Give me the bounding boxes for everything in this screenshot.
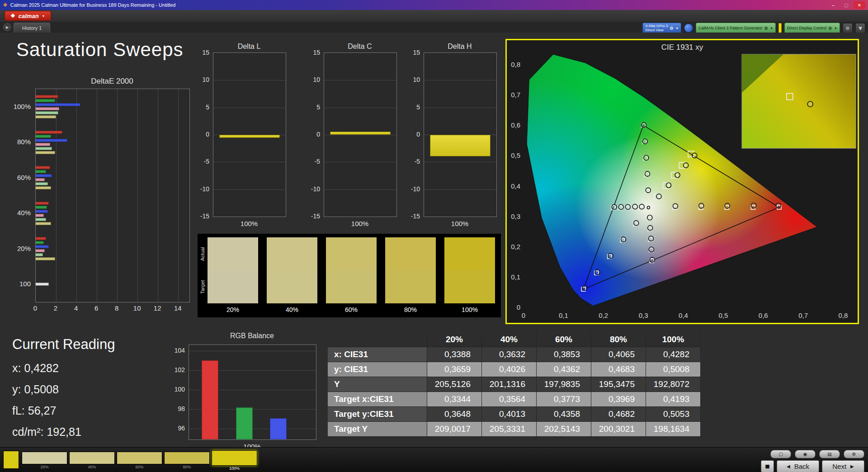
screen-button[interactable]: ▢ bbox=[770, 450, 791, 458]
table-cell: 0,3632 bbox=[482, 347, 537, 362]
meter-line2: Direct View bbox=[645, 28, 668, 32]
settings-button[interactable]: ⚙ bbox=[844, 450, 864, 458]
panel-toggle-button[interactable]: ▶ bbox=[3, 23, 11, 31]
y-tick-label: 10 bbox=[413, 76, 420, 83]
swatch-color bbox=[69, 452, 115, 464]
y-tick-label: -10 bbox=[200, 185, 209, 193]
measured-marker-red bbox=[725, 203, 730, 208]
y-tick-label: 15 bbox=[313, 49, 320, 56]
y-tick-label: 0 bbox=[416, 131, 420, 138]
settings-button[interactable]: ⚙ bbox=[843, 23, 853, 33]
current-reading-title: Current Reading bbox=[12, 336, 115, 353]
x-axis-labels: 02468101214 bbox=[35, 304, 189, 313]
settings-icon: ⚙ bbox=[852, 452, 856, 457]
print-button[interactable]: ▤ bbox=[819, 450, 840, 458]
measured-marker-green bbox=[642, 123, 646, 127]
snapshot-button[interactable]: ◉ bbox=[795, 450, 816, 458]
table-row: Y205,5126201,1316197,9835195,3475192,807… bbox=[328, 377, 702, 392]
table-cell: 197,9835 bbox=[537, 377, 591, 392]
x-tick-label: 0,5 bbox=[718, 312, 728, 319]
maximize-button[interactable]: ▢ bbox=[840, 1, 852, 9]
table-cell: 0,3648 bbox=[427, 407, 482, 422]
level-swatch-100%[interactable]: 100% bbox=[212, 452, 257, 471]
target-swatch bbox=[208, 270, 258, 303]
bar bbox=[36, 103, 80, 106]
level-swatch-40%[interactable]: 40% bbox=[69, 452, 115, 470]
table-cell: 0,3853 bbox=[537, 347, 591, 362]
gear-icon[interactable]: ⚙ bbox=[764, 26, 768, 31]
minimize-button[interactable]: – bbox=[827, 1, 839, 9]
measured-marker-blue bbox=[634, 221, 639, 226]
delta-c-chart: Delta C 151050-5-10-15 100% bbox=[308, 42, 399, 232]
bar-group bbox=[36, 267, 189, 302]
y-tick-label: 10 bbox=[202, 76, 209, 83]
calman-menu-button[interactable]: ❖ calman ▼ bbox=[5, 11, 51, 21]
title-bar: ❖ Calman 2025 Calman Ultimate for Busine… bbox=[0, 0, 868, 10]
pattern-generator-button[interactable]: CalMAN Client 3 Pattern Generator ⚙ ▼ bbox=[696, 23, 776, 33]
y-tick-label: -5 bbox=[415, 158, 420, 165]
x-tick-label: 14 bbox=[174, 304, 182, 312]
more-options-button[interactable]: ▼ bbox=[855, 23, 865, 33]
display-control-button[interactable]: Direct Display Control ⚙ ▼ bbox=[784, 23, 840, 33]
measured-marker-green bbox=[646, 188, 651, 193]
chevron-down-icon[interactable]: ▼ bbox=[675, 27, 679, 30]
gear-icon[interactable]: ⚙ bbox=[828, 26, 832, 31]
y-tick-label: 0,7 bbox=[511, 91, 520, 99]
measurement-table: 20%40%60%80%100%x: CIE310,33880,36320,38… bbox=[328, 332, 702, 437]
table-cell: 0,5008 bbox=[646, 362, 701, 377]
level-swatch-20%[interactable]: 20% bbox=[22, 452, 67, 470]
table-row: Target Y209,0017205,3331202,5143200,3021… bbox=[328, 422, 702, 437]
back-button[interactable]: ◀ Back bbox=[777, 460, 819, 472]
x-tick-label: 0,7 bbox=[798, 312, 808, 319]
table-cell: 205,5126 bbox=[427, 377, 482, 392]
swatch-color bbox=[22, 452, 67, 464]
swatch-label: 60% bbox=[117, 464, 162, 470]
bar bbox=[36, 95, 58, 98]
gridline bbox=[424, 162, 496, 162]
gear-icon[interactable]: ⚙ bbox=[670, 26, 674, 31]
y-tick-label: 0,6 bbox=[511, 121, 520, 129]
chevron-down-icon[interactable]: ▼ bbox=[834, 27, 837, 30]
bar bbox=[330, 132, 391, 135]
measured-marker-cyan bbox=[639, 204, 644, 209]
measured-marker-cyan bbox=[625, 204, 630, 209]
measured-marker-blue bbox=[582, 286, 587, 291]
bar bbox=[36, 206, 47, 209]
bar bbox=[36, 218, 46, 221]
plot-area bbox=[35, 89, 190, 302]
saturation-level-swatches: 20%40%60%80%100% bbox=[22, 452, 257, 471]
current-reading: Current Reading x: 0,4282y: 0,5008fL: 56… bbox=[12, 336, 115, 447]
gridline bbox=[324, 162, 396, 162]
tab-history-1[interactable]: History 1 bbox=[14, 23, 50, 33]
level-swatch-60%[interactable]: 60% bbox=[117, 452, 162, 470]
stop-pattern-button[interactable]: ■ bbox=[761, 460, 774, 472]
table-cell: 0,4682 bbox=[591, 407, 646, 422]
reading-value: cd/m²: 192,81 bbox=[12, 425, 115, 439]
swatch-color bbox=[212, 450, 257, 466]
deltae-2000-chart: DeltaE 2000 100%80%60%40%20%100 02468101… bbox=[10, 76, 189, 302]
bar bbox=[36, 245, 49, 248]
measured-marker-red bbox=[751, 203, 756, 208]
y-tick-label: -15 bbox=[411, 212, 420, 220]
measured-marker-magenta bbox=[649, 247, 654, 252]
y-tick-label: 0 bbox=[517, 303, 520, 311]
y-tick-label: 40% bbox=[10, 195, 31, 231]
swatch-column: 20% bbox=[208, 237, 258, 316]
chevron-down-icon[interactable]: ▼ bbox=[770, 27, 773, 30]
y-axis-labels: 151050-5-10-15 bbox=[198, 52, 211, 216]
measured-marker-red bbox=[673, 203, 678, 208]
next-button[interactable]: Next ▶ bbox=[822, 460, 864, 472]
bar-blue bbox=[270, 418, 287, 439]
table-cell: 100% bbox=[646, 332, 701, 347]
level-swatch-80%[interactable]: 80% bbox=[164, 452, 210, 470]
table-cell: 0,3969 bbox=[591, 392, 646, 407]
calman-label: calman bbox=[19, 13, 39, 19]
bar-group bbox=[36, 231, 189, 266]
y-tick-label: 104 bbox=[175, 347, 185, 354]
meter-select-button[interactable]: X-Rite i1Pro 3 Direct View ⚙ ▼ bbox=[642, 23, 681, 33]
arrow-left-icon: ◀ bbox=[787, 464, 790, 469]
y-tick-label: -15 bbox=[200, 212, 209, 220]
y-tick-label: 80% bbox=[10, 124, 31, 159]
measured-marker-green bbox=[642, 139, 647, 144]
close-button[interactable]: ✕ bbox=[854, 1, 865, 9]
